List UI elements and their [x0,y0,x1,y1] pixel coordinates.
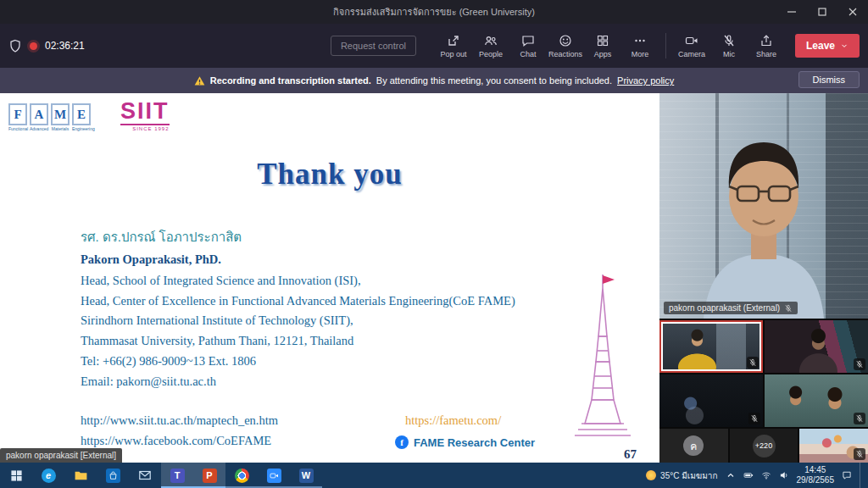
taskbar-app-zoom[interactable] [258,463,290,488]
apps-button[interactable]: Apps [584,30,621,62]
privacy-policy-link[interactable]: Privacy policy [617,75,674,86]
dismiss-button[interactable]: Dismiss [798,71,860,88]
participant-video[interactable] [765,374,868,427]
wifi-icon[interactable] [761,470,771,480]
meeting-status-group: 02:36:21 [8,39,85,53]
mic-label: Mic [723,50,735,58]
fame-caption: Functional [8,126,27,131]
siit-logo-subtext: SINCE 1992 [120,126,170,131]
start-button[interactable] [0,463,32,488]
teams-meeting-window: กิจกรรมส่งเสริมการจัดการขยะ (Green Unive… [0,0,868,488]
avatar: ค [683,435,704,456]
mic-muted-icon [784,304,793,313]
more-participants-tile[interactable]: +220 [730,429,798,463]
taskbar-app-store[interactable] [97,463,129,488]
shared-presentation-slide[interactable]: F A M E Functional Advanced Materials En… [0,93,659,463]
participant-video[interactable] [765,320,868,373]
tray-expand-icon[interactable] [726,470,736,480]
mail-icon [138,469,152,482]
participant-overflow-row: ค +220 [659,429,868,463]
mic-muted-icon [748,413,760,424]
presenter-name: Pakorn Opaprakasit, PhD. [81,252,221,267]
taskbar-app-file-explorer[interactable] [64,463,97,488]
apps-icon [596,34,609,47]
more-icon [633,34,647,47]
pop-out-button[interactable]: Pop out [435,30,472,62]
taskbar-app-chrome[interactable] [225,463,258,488]
facebook-url: https://www.facebook.com/CoEFAME [81,434,271,448]
maximize-button[interactable] [807,0,837,24]
reactions-button[interactable]: Reactions [547,30,584,62]
close-button[interactable] [837,0,868,24]
weather-text: 35°C มีเมฆมาก [660,469,717,482]
banner-body-text: By attending this meeting, you consent t… [376,75,612,86]
fame-logo: F A M E Functional Advanced Materials En… [8,103,91,131]
apps-label: Apps [594,50,612,58]
speaker-portrait [659,93,868,319]
camera-icon [685,34,698,47]
action-center-icon[interactable] [842,470,852,480]
pop-out-icon [447,34,460,47]
chat-button[interactable]: Chat [509,30,547,62]
more-participants-count: +220 [753,435,776,458]
taskbar-app-mail[interactable] [129,463,161,488]
window-title: กิจกรรมส่งเสริมการจัดการขยะ (Green Unive… [0,4,868,19]
camera-button[interactable]: Camera [673,30,710,62]
warning-icon [194,75,205,86]
more-button[interactable]: More [621,30,659,62]
taskbar-app-edge[interactable] [32,463,64,488]
fame-caption: Materials [51,126,70,131]
window-titlebar: กิจกรรมส่งเสริมการจัดการขยะ (Green Unive… [0,0,868,24]
facebook-icon [395,435,409,449]
taskbar-clock[interactable]: 14:45 29/8/2565 [797,465,835,486]
dome-tower-illustration [573,273,632,446]
email-line: Email: pakorn@siit.tu.ac.th [81,374,216,389]
file-explorer-icon [74,469,88,483]
taskbar-app-teams[interactable] [161,463,193,488]
request-control-label: Request control [341,41,406,51]
taskbar-app-word[interactable] [290,463,322,488]
sun-icon [646,470,656,480]
speaker-name-label: pakorn opaprakasit (External) [664,302,798,314]
participant-video[interactable] [659,320,763,373]
participant-video[interactable] [799,429,868,463]
banner-message: Recording and transcription started. By … [194,75,675,86]
taskbar-app-powerpoint[interactable] [193,463,225,488]
website-url: http://www.siit.tu.ac.th/maptech_en.htm [81,413,278,428]
fame-letter-box: A [30,103,48,125]
show-desktop-button[interactable] [860,463,863,488]
fametu-url: https://fametu.com/ [405,413,501,428]
fame-letter-box: M [51,103,70,125]
participant-avatar-tile[interactable]: ค [659,429,728,463]
participant-video[interactable] [659,374,763,427]
people-icon [484,34,498,47]
request-control-button[interactable]: Request control [331,36,416,56]
chat-icon [521,34,535,47]
fame-logo-captions: Functional Advanced Materials Engineerin… [8,126,91,131]
share-label: Share [756,50,776,58]
mic-button[interactable]: Mic [710,30,748,62]
facebook-page-name: FAME Research Center [414,436,535,449]
minimize-button[interactable] [776,0,807,24]
institute-line-2: Thammasat University, Pathum Thani, 1212… [81,334,353,348]
leave-button[interactable]: Leave [795,34,860,58]
recording-banner: Recording and transcription started. By … [0,68,868,93]
weather-widget[interactable]: 35°C มีเมฆมาก [646,469,717,482]
windows-taskbar: 35°C มีเมฆมาก 14:45 29/8/2565 [0,463,868,488]
edge-icon [42,469,56,483]
facebook-page-row: FAME Research Center [395,435,535,449]
people-button[interactable]: People [472,30,509,62]
fame-caption: Engineering [72,126,91,131]
volume-icon[interactable] [779,470,789,480]
institute-line-1: Sirindhorn International Institute of Te… [81,313,353,328]
recording-indicator-icon [30,42,37,50]
main-speaker-video[interactable]: pakorn opaprakasit (External) [659,93,868,319]
meeting-timer: 02:36:21 [45,40,85,52]
presenter-role-2: Head, Center of Excellence in Functional… [81,294,515,308]
powerpoint-icon [203,469,217,483]
battery-icon[interactable] [743,470,754,480]
store-icon [106,469,120,483]
share-button[interactable]: Share [748,30,785,62]
mic-off-icon [722,34,736,47]
zoom-icon [267,469,281,483]
